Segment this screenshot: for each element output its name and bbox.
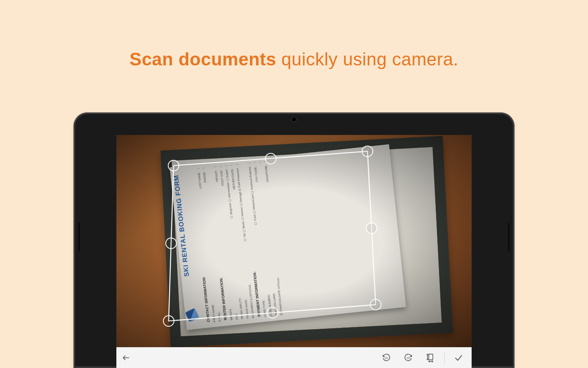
headline-bold: Scan documents — [129, 49, 276, 69]
fit-page-button[interactable] — [421, 348, 440, 368]
back-button[interactable] — [116, 348, 136, 368]
crop-handle-b[interactable] — [267, 307, 278, 319]
headline-light: quickly using camera. — [276, 49, 458, 69]
document-logo-icon — [185, 308, 199, 322]
rotate-cw-icon: 90 — [403, 353, 413, 363]
crop-handle-tl[interactable] — [168, 160, 179, 171]
toolbar-divider — [444, 352, 445, 364]
crop-handle-bl[interactable] — [163, 315, 174, 327]
camera-viewport[interactable]: SKI RENTAL BOOKING FORM CONTACT INFORMAT… — [116, 135, 472, 348]
svg-text:90: 90 — [407, 357, 410, 359]
tablet-speaker-left — [78, 223, 80, 251]
tablet-frame: SKI RENTAL BOOKING FORM CONTACT INFORMAT… — [74, 112, 514, 368]
tablet-camera-dot — [292, 117, 296, 121]
promo-stage: Scan documents quickly using camera. SKI… — [0, 0, 588, 368]
svg-text:90: 90 — [385, 357, 388, 359]
confirm-button[interactable] — [449, 348, 468, 368]
tablet-screen: SKI RENTAL BOOKING FORM CONTACT INFORMAT… — [116, 135, 472, 368]
svg-rect-4 — [429, 354, 433, 360]
fit-page-icon — [425, 353, 435, 363]
rotate-left-button[interactable]: 90 — [376, 348, 396, 368]
rotate-ccw-icon: 90 — [381, 353, 391, 363]
crop-handle-l[interactable] — [165, 238, 177, 249]
arrow-left-icon — [122, 353, 131, 362]
crop-handle-t[interactable] — [265, 153, 276, 164]
scan-toolbar: 90 90 — [116, 347, 472, 368]
crop-handle-tr[interactable] — [362, 146, 373, 157]
crop-handle-br[interactable] — [370, 299, 381, 310]
crop-handle-r[interactable] — [366, 222, 377, 234]
tablet-speaker-right — [508, 223, 510, 251]
rotate-right-button[interactable]: 90 — [399, 348, 418, 368]
check-icon — [454, 353, 463, 363]
headline: Scan documents quickly using camera. — [0, 49, 588, 70]
